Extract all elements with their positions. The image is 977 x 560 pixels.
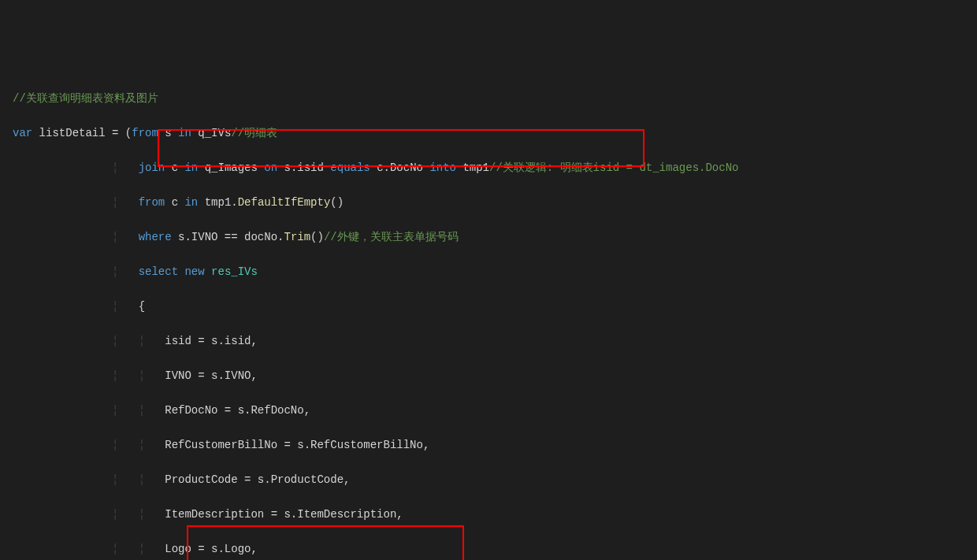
property-assign: RefCustomerBillNo = s.RefCustomerBillNo, [165,439,429,451]
code-line: ¦ join c in q_Images on s.isid equals c.… [0,159,977,176]
comment: //外键，关联主表单据号码 [324,231,459,243]
code-line: ¦ ¦ IVNO = s.IVNO, [0,367,977,384]
keyword-in: in [184,196,198,209]
method-call: DefaultIfEmpty [238,196,331,209]
method-call: Trim [284,231,310,243]
property-assign: IVNO = s.IVNO, [165,369,258,382]
type-name: res_IVs [205,265,258,278]
code-line: ¦ from c in tmp1.DefaultIfEmpty() [0,194,977,211]
keyword-on: on [264,161,277,174]
comment: //明细表 [231,127,277,139]
property-assign: isid = s.isid, [165,335,258,347]
keyword-from: from [139,196,165,209]
code-line: ¦ ¦ Logo = s.Logo, [0,540,977,558]
code-line: ¦ ¦ isid = s.isid, [0,332,977,350]
property-assign: RefDocNo = s.RefDocNo, [165,404,310,417]
keyword-from: from [132,127,158,139]
code-editor[interactable]: //关联查询明细表资料及图片 var listDetail = (from s … [0,72,977,560]
keyword-join: join [139,161,165,174]
property-assign: ItemDescription = s.ItemDescription, [165,508,403,521]
code-line: //关联查询明细表资料及图片 [0,90,977,107]
keyword-where: where [139,231,172,243]
property-assign: Logo = s.Logo, [165,543,258,555]
code-line: ¦ where s.IVNO == docNo.Trim()//外键，关联主表单… [0,228,977,246]
code-line: ¦ ¦ RefDocNo = s.RefDocNo, [0,402,977,419]
comment: //关联查询明细表资料及图片 [13,92,158,105]
code-line: ¦ ¦ ItemDescription = s.ItemDescription, [0,506,977,523]
code-line: ¦ { [0,298,977,315]
code-line: ¦ select new res_IVs [0,263,977,280]
keyword-var: var [13,127,32,139]
keyword-in: in [184,161,198,174]
keyword-in: in [178,127,191,139]
property-assign: ProductCode = s.ProductCode, [165,473,350,486]
code-line: ¦ ¦ ProductCode = s.ProductCode, [0,471,977,488]
comment: //关联逻辑: 明细表isid = dt_images.DocNo [489,161,738,174]
keyword-equals: equals [330,161,370,174]
keyword-into: into [429,161,456,174]
keyword-select: select [139,265,178,278]
code-line: var listDetail = (from s in q_IVs//明细表 [0,124,977,142]
code-line: ¦ ¦ RefCustomerBillNo = s.RefCustomerBil… [0,436,977,454]
keyword-new: new [178,265,205,278]
